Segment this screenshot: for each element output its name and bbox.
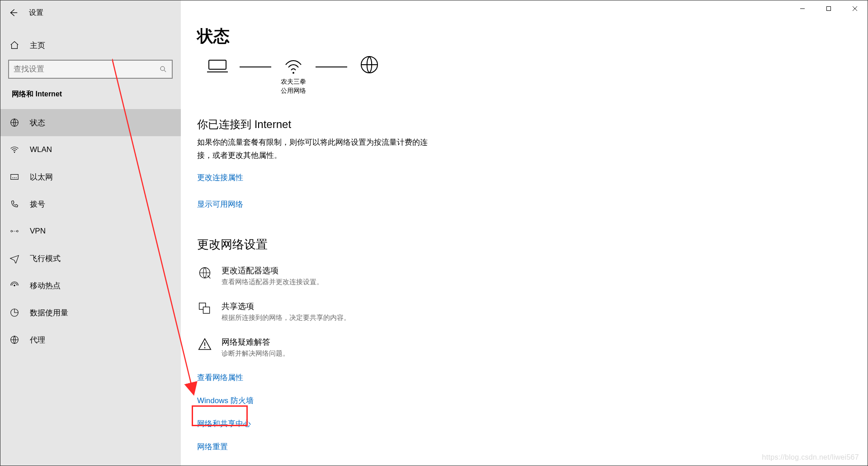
connected-block: 你已连接到 Internet 如果你的流量套餐有限制，则你可以将此网络设置为按流… <box>197 117 868 162</box>
main-content: 状态 农夫三拳 公用网络 你已连接到 Internet 如果你的流量套餐有限制，… <box>181 0 868 466</box>
svg-point-4 <box>11 230 13 232</box>
sidebar-item-label: 代理 <box>30 335 45 345</box>
svg-rect-14 <box>203 307 209 313</box>
sidebar-item-vpn[interactable]: VPN <box>0 218 181 245</box>
option-desc: 根据所连接到的网络，决定要共享的内容。 <box>222 314 350 322</box>
connected-heading: 你已连接到 Internet <box>197 117 868 132</box>
sidebar-item-label: VPN <box>30 227 46 236</box>
search-icon <box>159 65 167 73</box>
data-usage-icon <box>9 307 20 318</box>
svg-rect-9 <box>209 60 226 69</box>
sidebar-item-label: WLAN <box>30 145 52 154</box>
dialup-icon <box>9 199 20 209</box>
sidebar-item-label: 数据使用量 <box>30 308 68 318</box>
sidebar-item-hotspot[interactable]: 移动热点 <box>0 272 181 299</box>
diagram-globe <box>349 55 390 75</box>
search-input-wrap[interactable] <box>8 60 173 79</box>
hotspot-icon <box>9 280 20 291</box>
network-diagram: 农夫三拳 公用网络 <box>197 55 868 109</box>
option-sharing[interactable]: 共享选项 根据所连接到的网络，决定要共享的内容。 <box>197 301 868 322</box>
link-view-network-props[interactable]: 查看网络属性 <box>197 372 868 383</box>
svg-point-5 <box>17 230 19 232</box>
close-button[interactable] <box>842 0 868 17</box>
warning-icon <box>197 337 212 352</box>
back-icon <box>8 8 18 18</box>
svg-point-0 <box>160 67 165 71</box>
sidebar-item-proxy[interactable]: 代理 <box>0 326 181 353</box>
link-change-connection-props[interactable]: 更改连接属性 <box>197 172 243 183</box>
proxy-icon <box>9 334 20 345</box>
link-show-available-networks[interactable]: 显示可用网络 <box>197 199 243 209</box>
diagram-wifi: 农夫三拳 公用网络 <box>273 55 314 95</box>
sidebar-nav: 状态 WLAN 以太网 拨号 VPN <box>0 109 181 353</box>
watermark: https://blog.csdn.net/liwei567 <box>762 453 859 461</box>
svg-point-15 <box>204 347 205 348</box>
diagram-device <box>197 55 238 75</box>
svg-rect-3 <box>11 175 19 180</box>
link-windows-firewall[interactable]: Windows 防火墙 <box>197 395 868 406</box>
vpn-icon <box>9 226 20 237</box>
wifi-icon <box>9 144 20 155</box>
window-title: 设置 <box>29 8 43 18</box>
sidebar-item-airplane[interactable]: 飞行模式 <box>0 245 181 272</box>
svg-rect-16 <box>827 7 831 11</box>
sidebar-item-wlan[interactable]: WLAN <box>0 136 181 163</box>
airplane-icon <box>9 253 20 264</box>
diagram-line <box>240 67 271 67</box>
option-troubleshoot[interactable]: 网络疑难解答 诊断并解决网络问题。 <box>197 337 868 358</box>
sidebar-item-ethernet[interactable]: 以太网 <box>0 163 181 190</box>
option-adapter[interactable]: 更改适配器选项 查看网络适配器并更改连接设置。 <box>197 265 868 286</box>
svg-point-10 <box>292 72 294 74</box>
maximize-button[interactable] <box>816 0 842 17</box>
sidebar-item-label: 飞行模式 <box>30 253 61 264</box>
svg-point-6 <box>14 285 15 286</box>
adapter-icon <box>197 265 212 281</box>
sidebar-item-label: 以太网 <box>30 172 53 182</box>
option-desc: 查看网络适配器并更改连接设置。 <box>222 278 323 286</box>
option-title: 更改适配器选项 <box>222 265 323 276</box>
svg-point-2 <box>14 152 15 152</box>
connected-body: 如果你的流量套餐有限制，则你可以将此网络设置为按流量计费的连接，或者更改其他属性… <box>197 136 432 162</box>
option-title: 共享选项 <box>222 301 350 312</box>
option-title: 网络疑难解答 <box>222 337 289 347</box>
sidebar-item-data[interactable]: 数据使用量 <box>0 299 181 326</box>
option-desc: 诊断并解决网络问题。 <box>222 349 289 358</box>
page-title: 状态 <box>197 25 868 48</box>
sidebar-category-header: 网络和 Internet <box>0 79 181 99</box>
change-network-settings-title: 更改网络设置 <box>197 237 868 252</box>
globe-icon <box>9 117 20 128</box>
sidebar-home-label: 主页 <box>30 40 45 51</box>
sidebar-item-label: 状态 <box>30 118 45 128</box>
search-input[interactable] <box>14 65 159 74</box>
sidebar-item-dialup[interactable]: 拨号 <box>0 190 181 218</box>
diagram-wifi-type: 公用网络 <box>281 86 306 95</box>
settings-sidebar: 设置 主页 网络和 Internet 状态 WLAN <box>0 0 181 466</box>
link-network-reset[interactable]: 网络重置 <box>197 442 868 452</box>
sidebar-home[interactable]: 主页 <box>0 33 181 57</box>
home-icon <box>9 40 20 51</box>
diagram-line <box>316 67 347 67</box>
window-controls <box>789 0 868 17</box>
back-row[interactable]: 设置 <box>0 3 181 23</box>
sidebar-item-label: 拨号 <box>30 199 45 209</box>
ethernet-icon <box>9 171 20 182</box>
link-network-sharing-center[interactable]: 网络和共享中心 <box>197 418 868 429</box>
sidebar-item-status[interactable]: 状态 <box>0 109 181 136</box>
minimize-button[interactable] <box>789 0 816 17</box>
diagram-wifi-name: 农夫三拳 <box>281 77 306 86</box>
sidebar-item-label: 移动热点 <box>30 281 61 291</box>
sharing-icon <box>197 301 212 316</box>
